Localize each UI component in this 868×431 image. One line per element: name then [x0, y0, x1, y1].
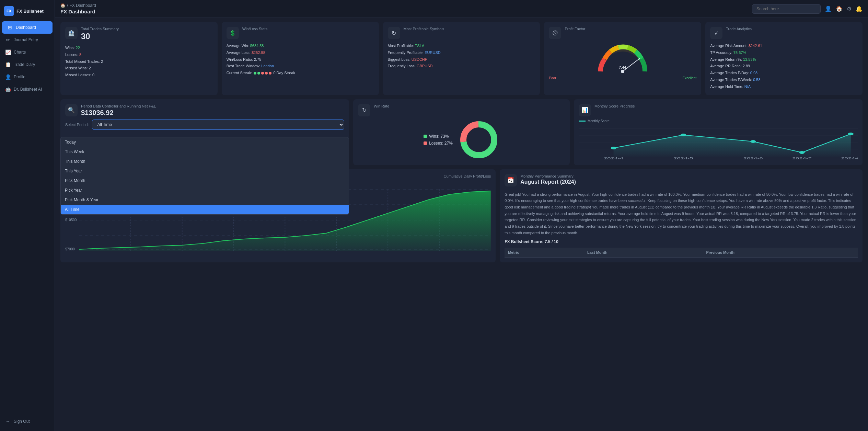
losses-legend: Losses: 27% — [424, 141, 453, 146]
sidebar-item-ai-label: Dr. Bullsheet AI — [14, 87, 42, 92]
logo-text: FX Bullsheet — [16, 9, 44, 14]
option-this-year[interactable]: This Year — [61, 166, 349, 176]
select-period-label: Select Period: — [65, 123, 89, 127]
symbols-icon-box: ↻ — [388, 27, 400, 39]
total-trades-title: Total Trades Summary — [81, 27, 119, 31]
svg-text:2024-4: 2024-4 — [604, 156, 623, 159]
sidebar-item-profile-label: Profile — [14, 75, 25, 79]
sidebar-item-journal[interactable]: ✏ Journal Entry — [0, 34, 55, 46]
breadcrumb: 🏠 / FX Dashboard — [60, 3, 96, 8]
winloss-lines: Average Win: $684.58 Average Loss: $252.… — [227, 43, 374, 77]
journal-icon: ✏ — [5, 37, 11, 43]
dashboard-icon: ⊞ — [7, 25, 13, 30]
main-area: 🏠 / FX Dashboard FX Dashboard 👤 🏠 ⚙ 🔔 🏦 … — [55, 0, 868, 431]
period-select[interactable]: All Time Today This Week This Month This… — [92, 120, 344, 130]
monthly-score-icon-box: 📊 — [579, 104, 591, 116]
profitable-symbols-header: ↻ Most Profitable Symbols — [388, 27, 535, 39]
ai-icon: 🤖 — [5, 87, 11, 92]
option-this-month[interactable]: This Month — [61, 157, 349, 166]
win-rate-title: Win Rate — [374, 104, 389, 108]
user-circle-icon[interactable]: 👤 — [825, 5, 832, 12]
svg-text:2024-5: 2024-5 — [673, 156, 693, 159]
sidebar-logo: FX FX Bullsheet — [0, 3, 55, 21]
trade-diary-icon: 📋 — [5, 62, 11, 67]
score-line-chart: 2024-4 2024-5 2024-6 2024-7 2024-8 — [579, 125, 858, 159]
win-rate-card: ↻ Win Rate Wins: 73% Losses: 27% — [353, 99, 570, 165]
svg-line-0 — [623, 58, 640, 71]
perf-title: August Report (2024) — [520, 179, 576, 185]
win-loss-card: 💲 Win/Loss Stats Average Win: $684.58 Av… — [222, 22, 379, 95]
sidebar-item-trade-diary[interactable]: 📋 Trade Diary — [0, 58, 55, 71]
sidebar-item-signout[interactable]: → Sign Out — [0, 415, 55, 428]
gauge-container: 7.44 Poor Excellent — [549, 43, 696, 81]
option-all-time[interactable]: All Time — [61, 205, 349, 214]
charts-icon: 📈 — [5, 49, 11, 55]
total-trades-card: 🏦 Total Trades Summary 30 Wins: 22 Losse… — [60, 22, 218, 95]
svg-text:2024-7: 2024-7 — [792, 156, 812, 159]
option-today[interactable]: Today — [61, 137, 349, 147]
missed-trades-line: Total Missed Trades: 2 — [65, 58, 213, 65]
gauge-svg: 7.44 — [595, 44, 650, 75]
wins-legend: Wins: 73% — [424, 134, 453, 139]
perf-icon-box: 📅 — [505, 174, 517, 186]
signout-icon: → — [5, 419, 11, 424]
period-data-card: 🔍 Period Data Controller and Running Net… — [60, 99, 349, 165]
total-trades-header: 🏦 Total Trades Summary 30 — [65, 27, 213, 41]
donut-chart — [458, 119, 499, 160]
option-pick-month-year[interactable]: Pick Month & Year — [61, 195, 349, 205]
sidebar-item-trade-diary-label: Trade Diary — [14, 62, 35, 67]
col-prev-month: Previous Month — [703, 248, 858, 258]
analytics-lines: Average Risk Amount: $242.61 TP Accuracy… — [710, 43, 858, 90]
svg-point-13 — [799, 151, 805, 154]
perf-table: Metric Last Month Previous Month — [505, 248, 858, 258]
sidebar-item-profile[interactable]: 👤 Profile — [0, 71, 55, 83]
page-title: FX Dashboard — [60, 9, 96, 14]
col-metric: Metric — [505, 248, 584, 258]
svg-point-11 — [681, 134, 686, 136]
wins-value: 22 — [76, 46, 80, 50]
streak-dots — [254, 72, 271, 75]
col-last-month: Last Month — [584, 248, 703, 258]
sidebar-item-charts-label: Charts — [14, 50, 26, 55]
home-icon: 🏠 — [60, 3, 66, 8]
profit-factor-icon-box: @ — [549, 27, 561, 39]
period-icon-box: 🔍 — [65, 104, 78, 116]
trade-summary-lines: Wins: 22 Losses: 8 Total Missed Trades: … — [65, 45, 213, 79]
period-title: Period Data Controller and Running Net P… — [81, 104, 156, 108]
settings-icon[interactable]: ⚙ — [847, 5, 852, 12]
profit-factor-header: @ Profit Factor — [549, 27, 696, 39]
sidebar-item-dashboard-label: Dashboard — [16, 25, 36, 30]
total-trades-icon-box: 🏦 — [65, 27, 78, 39]
option-pick-year[interactable]: Pick Year — [61, 185, 349, 195]
home-nav-icon[interactable]: 🏠 — [836, 5, 843, 12]
sidebar-item-dashboard[interactable]: ⊞ Dashboard — [2, 21, 53, 34]
symbols-title: Most Profitable Symbols — [404, 27, 444, 31]
analytics-icon-box: ✓ — [710, 27, 722, 39]
symbols-lines: Most Profitable: TSLA Frequently Profita… — [388, 43, 535, 70]
svg-text:2024-6: 2024-6 — [743, 156, 763, 159]
svg-point-12 — [750, 140, 756, 143]
breadcrumb-parent: FX Dashboard — [69, 3, 96, 8]
losses-value: 8 — [79, 53, 81, 57]
summary-cards-row: 🏦 Total Trades Summary 30 Wins: 22 Losse… — [60, 22, 863, 95]
sidebar-item-charts[interactable]: 📈 Charts — [0, 46, 55, 58]
breadcrumb-sep: / — [67, 3, 68, 8]
topbar-right: 👤 🏠 ⚙ 🔔 — [752, 4, 863, 14]
option-this-week[interactable]: This Week — [61, 147, 349, 157]
breadcrumb-area: 🏠 / FX Dashboard FX Dashboard — [60, 3, 96, 14]
svg-text:2024-8: 2024-8 — [841, 156, 858, 159]
perf-subtitle: Monthly Performance Summary — [520, 174, 576, 178]
total-trades-value: 30 — [81, 32, 119, 41]
search-input[interactable] — [752, 4, 821, 14]
win-loss-icon-box: 💲 — [227, 27, 239, 39]
win-rate-icon-box: ↻ — [358, 104, 370, 116]
svg-text:7.44: 7.44 — [619, 65, 627, 69]
period-value: $13036.92 — [81, 109, 156, 117]
svg-point-10 — [611, 147, 616, 149]
monthly-score-title: Monthly Score Progress — [594, 104, 635, 108]
svg-point-14 — [848, 133, 854, 135]
bell-icon[interactable]: 🔔 — [856, 5, 863, 12]
sidebar-item-ai[interactable]: 🤖 Dr. Bullsheet AI — [0, 83, 55, 95]
option-pick-month[interactable]: Pick Month — [61, 176, 349, 185]
missed-wins-line: Missed Wins: 2 — [65, 65, 213, 72]
